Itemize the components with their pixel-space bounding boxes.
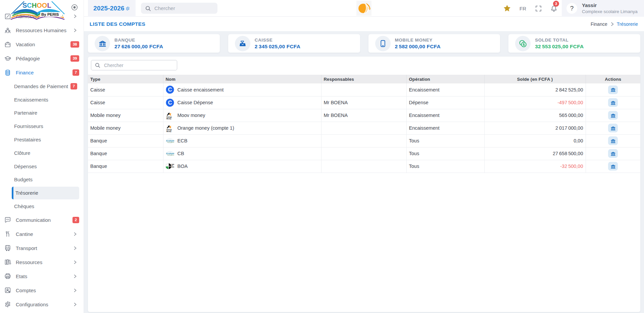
sidebar-item-admission[interactable]: Admission (0, 9, 84, 23)
svg-text:C: C (168, 86, 172, 92)
svg-text:Ecobank: Ecobank (166, 152, 174, 154)
account-name-cell: OrangeMoney Orange money (compte 1) (166, 124, 319, 132)
sidebar-item-ressources-humaines[interactable]: Ressources Humaines (0, 23, 84, 38)
cell-solde: 2 017 000,00 (484, 122, 586, 134)
account-name-cell: OrangeMoney Moov money (166, 111, 319, 120)
avatar: ? (566, 3, 577, 14)
account-detail-button[interactable] (608, 111, 618, 120)
breadcrumb-tresorerie[interactable]: Trésorerie (617, 21, 638, 27)
sidebar-pin-toggle[interactable] (71, 4, 78, 11)
cell-responsable: Mr BOENA (321, 109, 406, 122)
cell-operation: Tous (406, 160, 484, 173)
sidebar-item-label: Ressources Humaines (16, 27, 73, 33)
ecobank-logo-icon: EcobankThe Pan African Bank (166, 149, 174, 158)
sidebar-subitem-encaissements[interactable]: Encaissements (0, 93, 84, 106)
svg-text:AFRICA: AFRICA (171, 167, 174, 168)
sidebar-item-communication[interactable]: Communication 2 (0, 213, 84, 227)
language-switcher[interactable]: FR (518, 0, 527, 17)
sidebar-item-configurations[interactable]: Configurations (0, 297, 84, 311)
people-icon (4, 27, 11, 34)
chevron-right-icon (73, 260, 77, 264)
svg-text:Money: Money (166, 118, 171, 120)
sidebar-subitem-depenses[interactable]: Dépenses (0, 160, 84, 173)
account-detail-button[interactable] (608, 162, 618, 171)
card-value: 27 626 000,00 FCFA (114, 44, 163, 50)
cell-type: Banque (88, 160, 163, 173)
account-name: Moov money (178, 113, 205, 118)
cell-solde: -32 500,00 (484, 160, 586, 173)
account-detail-button[interactable] (608, 149, 618, 158)
account-detail-button[interactable] (608, 124, 618, 132)
sidebar-item-vacation[interactable]: Vacation 38 (0, 38, 84, 52)
cell-operation: Encaissement (406, 122, 484, 134)
bank-icon (610, 151, 616, 156)
sidebar-subitem-label: Partenaire (14, 110, 84, 116)
sidebar-item-etats[interactable]: Etats (0, 269, 84, 283)
language-label: FR (519, 6, 526, 11)
sidebar-subitem-prestataires[interactable]: Prestataires (0, 133, 84, 146)
column-header-operation[interactable]: Opération (406, 75, 484, 83)
column-header-solde[interactable]: Solde (en FCFA ) (484, 75, 586, 83)
card-texts: MOBILE MONEY 2 582 000,00 FCFA (395, 38, 441, 50)
year-gear-icon (125, 6, 130, 11)
cell-nom: EcobankThe Pan African Bank ECB (163, 134, 321, 147)
sidebar-subitem-fournisseurs[interactable]: Fournisseurs (0, 120, 84, 133)
column-header-type[interactable]: Type (88, 75, 163, 83)
sidebar-subitem-demandes-de-paiement[interactable]: Demandes de Paiement 7 (0, 80, 84, 93)
cell-solde: 27 658 500,00 (484, 147, 586, 160)
sidebar-subitem-tresorerie[interactable]: Trésorerie (12, 187, 79, 199)
utensils-icon (4, 230, 11, 238)
sidebar-item-cantine[interactable]: Cantine (0, 227, 84, 241)
svg-text:Money: Money (166, 131, 171, 132)
sidebar-subitem-label: Chèques (14, 203, 84, 209)
sidebar-subitem-label: Fournisseurs (14, 123, 84, 129)
card-caisse: CAISSE 2 345 025,00 FCFA (228, 34, 360, 53)
account-detail-button[interactable] (608, 98, 618, 107)
card-label: MOBILE MONEY (395, 38, 441, 43)
sidebar-subitem-cheques[interactable]: Chèques (0, 200, 84, 213)
fullscreen-button[interactable] (534, 0, 543, 17)
svg-text:C: C (168, 100, 172, 106)
account-name: CB (178, 151, 184, 156)
sidebar-item-comptes[interactable]: Comptes (0, 283, 84, 297)
sidebar-item-label: Admission (16, 13, 73, 19)
cell-actions (586, 147, 640, 160)
sidebar-item-ressources[interactable]: Ressources (0, 255, 84, 269)
bank-icon (610, 138, 616, 143)
global-search-input[interactable]: Chercher (141, 3, 217, 14)
card-texts: CAISSE 2 345 025,00 FCFA (255, 38, 300, 50)
app-root: Admission Ressources Humaines Vacation 3… (0, 0, 644, 313)
card-value: 32 553 025,00 FCFA (535, 44, 584, 50)
school-year-label: 2025-2026 (93, 5, 125, 12)
user-menu[interactable]: ? Yassir Complexe scolaire Limanya (562, 0, 644, 17)
badge: 39 (70, 55, 79, 62)
star-icon (503, 4, 511, 12)
sidebar-item-label: Etats (16, 273, 73, 279)
cell-responsable: Mr BOENA (321, 96, 406, 109)
sidebar-item-label: Transport (16, 245, 73, 251)
books-icon (4, 258, 11, 266)
column-header-nom[interactable]: Nom (163, 75, 321, 83)
sidebar-subitem-partenaire[interactable]: Partenaire (0, 106, 84, 120)
sidebar-item-finance[interactable]: Finance 7 (0, 66, 84, 80)
breadcrumb-finance[interactable]: Finance (591, 21, 607, 27)
favorites-star-button[interactable] (503, 0, 511, 17)
cell-type: Mobile money (88, 122, 163, 134)
table-body: Caisse C Caisse encaissement En (88, 83, 640, 173)
account-detail-button[interactable] (608, 136, 618, 145)
boa-logo-icon: BANKOFAFRICA (166, 162, 174, 171)
account-detail-button[interactable] (608, 85, 618, 94)
svg-text:Ecobank: Ecobank (166, 139, 174, 142)
sidebar-subitem-budgets[interactable]: Budgets (0, 173, 84, 186)
notifications-badge: 3 (553, 1, 559, 7)
sidebar-item-pedagogie[interactable]: Pédagogie 39 (0, 52, 84, 66)
column-header-responsables[interactable]: Responsables (321, 75, 406, 83)
table-search-input[interactable]: Chercher (91, 60, 177, 70)
sidebar-item-transport[interactable]: Transport (0, 241, 84, 255)
account-name-cell: BANKOFAFRICA BOA (166, 162, 319, 171)
column-header-actions[interactable]: Actions (586, 75, 640, 83)
sidebar-subitem-cloture[interactable]: Clôture (0, 146, 84, 160)
table-row: Banque EcobankThe Pan African Bank ECB (88, 134, 640, 147)
account-name: BOA (178, 164, 188, 169)
school-year-selector[interactable]: 2025-2026 (88, 0, 136, 17)
